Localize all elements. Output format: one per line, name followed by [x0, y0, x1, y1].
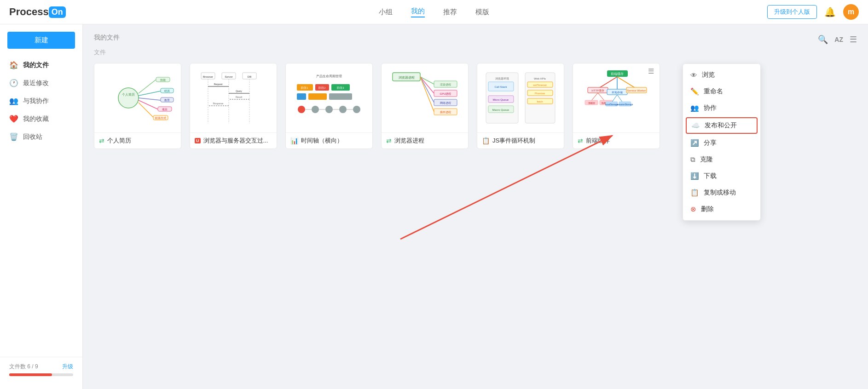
context-menu-copy-move[interactable]: 📋 复制或移动 — [683, 184, 760, 201]
context-menu-clone[interactable]: ⧉ 克隆 — [683, 151, 760, 168]
logo-process-text: Process — [9, 6, 49, 18]
file-grid: 个人简历 技能 经历 教育 项目 — [94, 63, 857, 149]
collaborate-icon: 👥 — [690, 104, 699, 112]
context-menu-collaborate[interactable]: 👥 协作 — [683, 100, 760, 116]
svg-text:setTimeout: setTimeout — [533, 84, 547, 86]
file-type-icon-browser-process: ⇄ — [386, 137, 392, 144]
file-card-frontend-save[interactable]: ☰ 前端缓存 HTTP缓存 本地存储 Servi — [573, 63, 660, 149]
sidebar-item-trash[interactable]: 🗑️ 回收站 — [0, 128, 82, 146]
svg-rect-75 — [525, 73, 555, 123]
clone-icon: ⧉ — [690, 155, 695, 164]
context-menu-delete[interactable]: ⊗ 删除 — [683, 201, 760, 217]
svg-text:fetch: fetch — [537, 100, 543, 103]
svg-text:渲染进程: 渲染进程 — [440, 83, 451, 86]
context-menu-browse-label: 浏览 — [702, 71, 715, 79]
svg-text:localStorage: localStorage — [605, 103, 618, 106]
upgrade-button[interactable]: 升级到个人版 — [767, 5, 817, 19]
nav-template[interactable]: 模版 — [475, 8, 489, 17]
file-thumbnail-browser-process: 浏览器进程 渲染进程 GPU进程 网络进程 插件进程 — [382, 63, 468, 132]
file-name-row-resume: ⇄ 个人简历 — [94, 132, 181, 149]
list-view-icon[interactable]: ☰ — [850, 34, 857, 45]
svg-line-58 — [420, 77, 434, 112]
file-type-icon-resume: ⇄ — [99, 137, 104, 144]
file-menu-visible-btn[interactable]: ☰ — [645, 66, 657, 76]
svg-text:网络进程: 网络进程 — [440, 102, 451, 104]
svg-text:HTTP缓存: HTTP缓存 — [591, 89, 604, 92]
context-menu-copy-move-label: 复制或移动 — [704, 189, 736, 197]
file-count-row: 文件数 6 / 9 升级 — [9, 363, 73, 371]
file-card-browser-server[interactable]: Browser Server DB Request Query Resu — [190, 63, 277, 149]
svg-line-101 — [617, 95, 623, 103]
rename-icon: ✏️ — [690, 87, 699, 96]
file-thumbnail-frontend-save: ☰ 前端缓存 HTTP缓存 本地存储 Servi — [573, 63, 660, 132]
sidebar-item-my-files[interactable]: 🏠 我的文件 — [0, 56, 82, 74]
file-name-browser-process: 浏览器进程 — [394, 137, 424, 145]
svg-text:经历: 经历 — [164, 90, 170, 92]
bell-icon[interactable]: 🔔 — [824, 6, 836, 17]
mindmap-svg-resume: 个人简历 技能 经历 教育 项目 — [101, 68, 174, 128]
context-menu-browse[interactable]: 👁 浏览 — [683, 67, 760, 83]
search-icon[interactable]: 🔍 — [818, 34, 828, 45]
context-menu-rename[interactable]: ✏️ 重命名 — [683, 83, 760, 100]
svg-text:Macro Queue: Macro Queue — [492, 109, 509, 111]
home-icon: 🏠 — [9, 61, 18, 69]
file-count-label: 文件数 6 / 9 — [9, 363, 38, 371]
context-menu-download[interactable]: ⬇️ 下载 — [683, 168, 760, 184]
file-card-resume[interactable]: 个人简历 技能 经历 教育 项目 — [94, 63, 181, 149]
svg-text:个人简历: 个人简历 — [122, 93, 135, 97]
file-card-timeline[interactable]: 产品生命周期管理 阶段1 阶段2 阶段3 — [285, 63, 373, 149]
file-type-icon-js-event: 📋 — [482, 137, 490, 144]
svg-text:前端缓存: 前端缓存 — [611, 72, 624, 75]
logo-on-text: On — [49, 6, 66, 18]
file-thumbnail-timeline: 产品生命周期管理 阶段1 阶段2 阶段3 — [286, 63, 372, 132]
svg-text:Web APIs: Web APIs — [534, 77, 546, 80]
svg-rect-41 — [297, 93, 306, 100]
sidebar-footer: 文件数 6 / 9 升级 — [0, 357, 82, 382]
sidebar-item-recent[interactable]: 🕐 最近修改 — [0, 74, 82, 92]
file-thumbnail-browser-server: Browser Server DB Request Query Resu — [190, 63, 277, 132]
sidebar-label-trash: 回收站 — [23, 133, 42, 141]
browse-icon: 👁 — [690, 71, 697, 79]
svg-text:Result: Result — [236, 96, 243, 98]
svg-text:Server: Server — [225, 75, 233, 78]
svg-text:Micro Queue: Micro Queue — [493, 98, 509, 101]
sidebar-item-collaborate[interactable]: 👥 与我协作 — [0, 92, 82, 110]
sidebar-item-favorites[interactable]: ❤️ 我的收藏 — [0, 110, 82, 128]
file-card-browser-process[interactable]: 浏览器进程 渲染进程 GPU进程 网络进程 插件进程 — [381, 63, 469, 149]
context-menu-share[interactable]: ↗️ 分享 — [683, 135, 760, 151]
file-name-row-js-event: 📋 JS事件循环机制 — [477, 132, 564, 149]
header: ProcessOn 小组 我的 推荐 模版 升级到个人版 🔔 m — [0, 0, 868, 24]
svg-line-56 — [420, 77, 434, 93]
svg-line-85 — [598, 77, 617, 89]
svg-text:浏览器环境: 浏览器环境 — [495, 77, 509, 80]
file-name-row-browser-process: ⇄ 浏览器进程 — [382, 132, 468, 149]
svg-text:Browser: Browser — [203, 75, 213, 78]
nav-group[interactable]: 小组 — [379, 8, 393, 17]
svg-text:浏览器进程: 浏览器进程 — [399, 76, 415, 79]
svg-text:阶段2: 阶段2 — [318, 86, 326, 89]
delete-icon: ⊗ — [690, 205, 696, 213]
upgrade-link[interactable]: 升级 — [62, 363, 73, 371]
context-menu: 👁 浏览 ✏️ 重命名 👥 协作 ☁️ 发布和公开 — [683, 63, 761, 221]
sidebar-label-collaborate: 与我协作 — [23, 97, 49, 105]
new-button[interactable]: 新建 — [7, 32, 75, 49]
svg-text:项目: 项目 — [162, 108, 168, 111]
avatar[interactable]: m — [843, 4, 859, 20]
file-thumbnail-resume: 个人简历 技能 经历 教育 项目 — [94, 63, 181, 132]
context-menu-publish[interactable]: ☁️ 发布和公开 — [686, 117, 758, 134]
svg-point-46 — [325, 106, 333, 113]
nav-recommend[interactable]: 推荐 — [443, 8, 457, 17]
breadcrumb: 我的文件 — [94, 34, 120, 42]
section-label: 文件 — [94, 48, 857, 57]
svg-text:GPU进程: GPU进程 — [440, 92, 451, 95]
nav-mine[interactable]: 我的 — [411, 7, 425, 17]
trash-icon: 🗑️ — [9, 132, 18, 141]
logo[interactable]: ProcessOn — [9, 6, 66, 18]
users-icon: 👥 — [9, 97, 18, 105]
context-menu-clone-label: 克隆 — [700, 155, 713, 164]
file-card-js-event[interactable]: 浏览器环境 Call Stack Micro Queue Macro Queue… — [477, 63, 564, 149]
timeline-svg: 产品生命周期管理 阶段1 阶段2 阶段3 — [292, 68, 366, 128]
sort-az-icon[interactable]: AZ — [834, 36, 843, 43]
svg-rect-43 — [329, 93, 352, 100]
svg-point-0 — [118, 88, 139, 108]
